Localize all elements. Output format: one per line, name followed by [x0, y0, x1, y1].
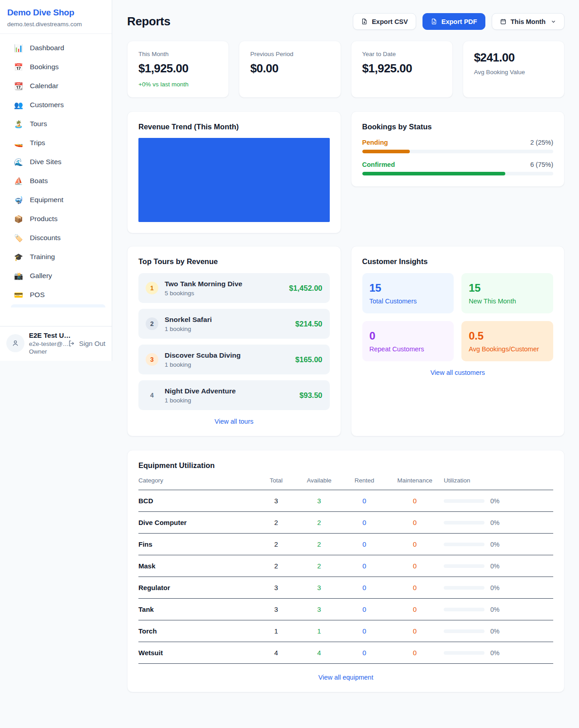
- sign-out-button[interactable]: Sign Out: [68, 340, 105, 347]
- utilization-pct: 0%: [490, 563, 499, 570]
- view-all-customers-link[interactable]: View all customers: [362, 369, 554, 376]
- tour-amount: $214.50: [295, 320, 323, 328]
- progress-track: [362, 150, 554, 153]
- calendar-icon: 📆: [14, 82, 24, 90]
- export-pdf-button[interactable]: Export PDF: [422, 13, 485, 30]
- cell-rented: 0: [343, 540, 386, 548]
- sidebar-item-label: Bookings: [30, 63, 59, 71]
- stat-label: Previous Period: [250, 51, 329, 57]
- cell-maintenance: 0: [386, 562, 444, 570]
- list-item: 2 Snorkel Safari1 booking $214.50: [138, 309, 330, 339]
- tile-total-customers: 15 Total Customers: [362, 273, 454, 313]
- dashboard-icon: 📊: [14, 44, 24, 52]
- cell-available: 3: [295, 497, 343, 505]
- file-download-icon: [431, 18, 437, 25]
- sidebar-item-calendar[interactable]: 📆Calendar: [4, 76, 108, 95]
- cell-maintenance: 0: [386, 627, 444, 635]
- cell-total: 2: [257, 562, 295, 570]
- insights-row: Top Tours by Revenue 1 Two Tank Morning …: [127, 246, 565, 436]
- sidebar-item-bookings[interactable]: 📅Bookings: [4, 57, 108, 76]
- sidebar-item-dive-sites[interactable]: 🌊Dive Sites: [4, 152, 108, 171]
- stat-change: +0% vs last month: [138, 81, 218, 88]
- utilization-bar: [444, 499, 484, 503]
- sidebar-item-discounts[interactable]: 🏷️Discounts: [4, 228, 108, 247]
- stat-value: $0.00: [250, 61, 329, 76]
- tile-label: Avg Bookings/Customer: [469, 345, 546, 353]
- cell-category: Dive Computer: [138, 519, 257, 526]
- shop-domain: demo.test.divestreams.com: [7, 21, 104, 28]
- tour-name: Discover Scuba Diving: [165, 351, 241, 359]
- table-row: Torch 1 1 0 0 0%: [138, 620, 553, 642]
- tile-value: 15: [469, 282, 546, 294]
- table-row: Mask 2 2 0 0 0%: [138, 555, 553, 577]
- tour-name: Night Dive Adventure: [165, 387, 236, 395]
- tour-bookings: 1 booking: [165, 361, 289, 368]
- cell-category: Mask: [138, 562, 257, 570]
- cell-category: Fins: [138, 540, 257, 548]
- tour-amount: $1,452.00: [289, 284, 322, 293]
- period-dropdown[interactable]: This Month: [492, 13, 565, 30]
- training-icon: 🎓: [14, 253, 24, 261]
- cell-maintenance: 0: [386, 497, 444, 505]
- utilization-bar: [444, 629, 484, 633]
- tour-name: Two Tank Morning Dive: [165, 280, 242, 288]
- cell-category: Regulator: [138, 584, 257, 591]
- status-row-pending: Pending 2 (25%): [362, 139, 554, 153]
- sidebar-item-dashboard[interactable]: 📊Dashboard: [4, 38, 108, 57]
- utilization-bar: [444, 543, 484, 546]
- col-total: Total: [257, 477, 295, 484]
- discounts-icon: 🏷️: [14, 234, 24, 242]
- sidebar-item-tours[interactable]: 🏝️Tours: [4, 114, 108, 133]
- table-row: Dive Computer 2 2 0 0 0%: [138, 512, 553, 534]
- tile-value: 0: [370, 330, 447, 342]
- sidebar-nav: 📊Dashboard 📅Bookings 📆Calendar 👥Customer…: [0, 34, 112, 326]
- stat-label: Year to Date: [362, 51, 441, 57]
- tour-bookings: 1 booking: [165, 326, 289, 332]
- sidebar-item-boats[interactable]: ⛵Boats: [4, 171, 108, 190]
- col-available: Available: [295, 477, 343, 484]
- sidebar-item-gallery[interactable]: 📸Gallery: [4, 266, 108, 285]
- sidebar-item-trips[interactable]: 🚤Trips: [4, 133, 108, 152]
- cell-available: 2: [295, 540, 343, 548]
- status-count: 6 (75%): [530, 161, 553, 168]
- cell-available: 2: [295, 519, 343, 526]
- dive-sites-icon: 🌊: [14, 158, 24, 166]
- gallery-icon: 📸: [14, 272, 24, 280]
- view-all-tours-link[interactable]: View all tours: [138, 418, 330, 425]
- utilization-pct: 0%: [490, 649, 499, 657]
- top-tours-card: Top Tours by Revenue 1 Two Tank Morning …: [127, 246, 341, 436]
- revenue-trend-card: Revenue Trend (This Month): [127, 111, 341, 233]
- customer-insights-title: Customer Insights: [362, 257, 554, 266]
- cell-category: Torch: [138, 627, 257, 635]
- user-role: Owner: [29, 348, 63, 355]
- cell-available: 4: [295, 649, 343, 657]
- revenue-trend-bar: [138, 138, 330, 222]
- stat-value: $1,925.00: [362, 61, 441, 76]
- sidebar-item-products[interactable]: 📦Products: [4, 209, 108, 228]
- progress-fill: [362, 172, 506, 175]
- equipment-utilization-card: Equipment Utilization Category Total Ava…: [127, 450, 565, 692]
- bookings-by-status-title: Bookings by Status: [362, 123, 554, 131]
- cell-total: 2: [257, 540, 295, 548]
- sidebar-item-training[interactable]: 🎓Training: [4, 247, 108, 266]
- cell-maintenance: 0: [386, 649, 444, 657]
- sidebar-active-item-partial[interactable]: [11, 304, 105, 307]
- utilization-bar: [444, 521, 484, 525]
- cell-available: 3: [295, 605, 343, 613]
- cell-category: Tank: [138, 605, 257, 613]
- sidebar-item-equipment[interactable]: 🤿Equipment: [4, 190, 108, 209]
- cell-rented: 0: [343, 497, 386, 505]
- cell-total: 3: [257, 584, 295, 591]
- sidebar-item-pos[interactable]: 💳POS: [4, 285, 108, 304]
- utilization-pct: 0%: [490, 541, 499, 548]
- bookings-icon: 📅: [14, 63, 24, 71]
- cell-rented: 0: [343, 519, 386, 526]
- cell-rented: 0: [343, 649, 386, 657]
- sidebar-item-customers[interactable]: 👥Customers: [4, 95, 108, 114]
- cell-maintenance: 0: [386, 540, 444, 548]
- view-all-equipment-link[interactable]: View all equipment: [138, 674, 553, 681]
- cell-rented: 0: [343, 605, 386, 613]
- header-actions: Export CSV Export PDF This Month: [353, 13, 565, 30]
- export-csv-button[interactable]: Export CSV: [353, 13, 416, 30]
- table-row: BCD 3 3 0 0 0%: [138, 490, 553, 512]
